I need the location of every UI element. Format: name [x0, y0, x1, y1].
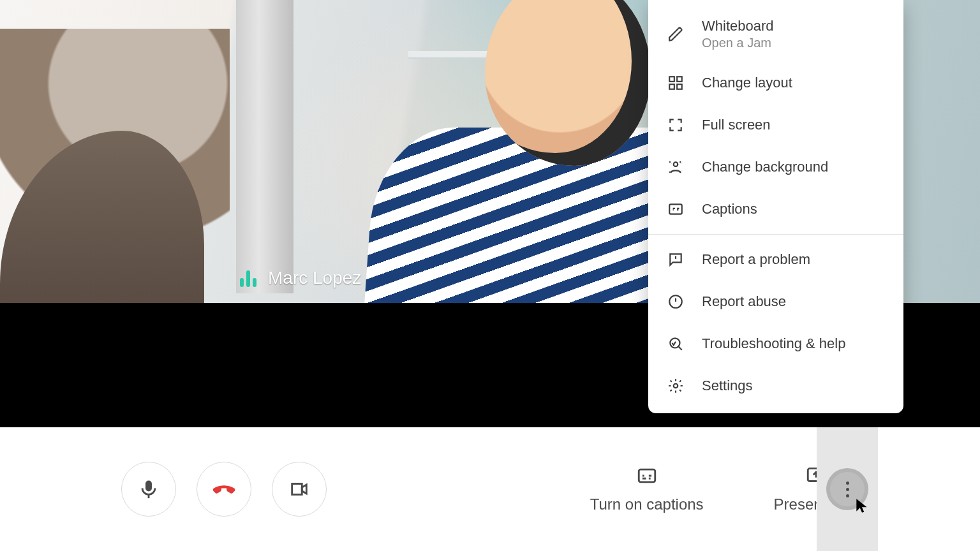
feedback-icon — [666, 250, 685, 269]
participant-name: Marc Lopez — [268, 268, 361, 288]
background-icon — [666, 158, 685, 177]
menu-settings[interactable]: Settings — [648, 365, 903, 407]
menu-label: Full screen — [702, 117, 771, 133]
captions-label: Turn on captions — [590, 496, 704, 513]
turn-on-captions-button[interactable]: Turn on captions — [590, 465, 704, 513]
troubleshoot-icon — [666, 334, 685, 353]
menu-sublabel: Open a Jam — [702, 36, 774, 50]
microphone-icon — [138, 478, 160, 500]
svg-rect-3 — [677, 84, 682, 89]
svg-rect-1 — [677, 77, 682, 82]
bottom-bar: Turn on captions Present now — [0, 427, 980, 551]
bg-fridge — [236, 0, 293, 293]
menu-troubleshooting[interactable]: Troubleshooting & help — [648, 323, 903, 365]
call-controls — [121, 462, 327, 517]
svg-rect-0 — [669, 77, 674, 82]
abuse-icon — [666, 292, 685, 311]
menu-label: Troubleshooting & help — [702, 335, 845, 352]
menu-change-background[interactable]: Change background — [648, 146, 903, 188]
more-options-menu: Whiteboard Open a Jam Change layout Full… — [648, 0, 903, 413]
more-options-area — [817, 427, 878, 551]
mouse-cursor — [854, 497, 870, 517]
menu-divider — [648, 234, 903, 235]
menu-label: Change background — [702, 159, 828, 175]
menu-whiteboard[interactable]: Whiteboard Open a Jam — [648, 6, 903, 62]
voice-activity-icon — [240, 269, 256, 287]
camera-toggle-button[interactable] — [272, 462, 327, 517]
menu-label: Captions — [702, 201, 757, 217]
mic-toggle-button[interactable] — [121, 462, 176, 517]
menu-label: Whiteboard — [702, 18, 774, 34]
menu-label: Report a problem — [702, 251, 810, 268]
participant-name-pill: Marc Lopez — [240, 268, 361, 288]
svg-point-8 — [674, 384, 678, 388]
settings-icon — [666, 376, 685, 395]
menu-change-layout[interactable]: Change layout — [648, 62, 903, 104]
hangup-icon — [209, 474, 239, 504]
svg-rect-9 — [639, 469, 655, 482]
more-vert-icon — [846, 481, 849, 497]
menu-label: Settings — [702, 378, 753, 394]
menu-captions[interactable]: Captions — [648, 188, 903, 230]
hangup-button[interactable] — [197, 462, 251, 517]
captions-icon — [636, 465, 658, 487]
menu-report-problem[interactable]: Report a problem — [648, 239, 903, 281]
camera-icon — [288, 478, 310, 500]
menu-label: Report abuse — [702, 293, 786, 310]
participant-main — [293, 0, 702, 306]
layout-icon — [666, 73, 685, 92]
fullscreen-icon — [666, 115, 685, 135]
svg-rect-2 — [669, 84, 674, 89]
menu-report-abuse[interactable]: Report abuse — [648, 281, 903, 323]
captions-icon — [666, 200, 685, 219]
svg-point-4 — [674, 162, 678, 166]
participant-thumbnail-left — [0, 29, 230, 303]
pencil-icon — [666, 25, 685, 44]
svg-rect-5 — [669, 204, 682, 214]
menu-label: Change layout — [702, 75, 792, 91]
menu-full-screen[interactable]: Full screen — [648, 104, 903, 146]
